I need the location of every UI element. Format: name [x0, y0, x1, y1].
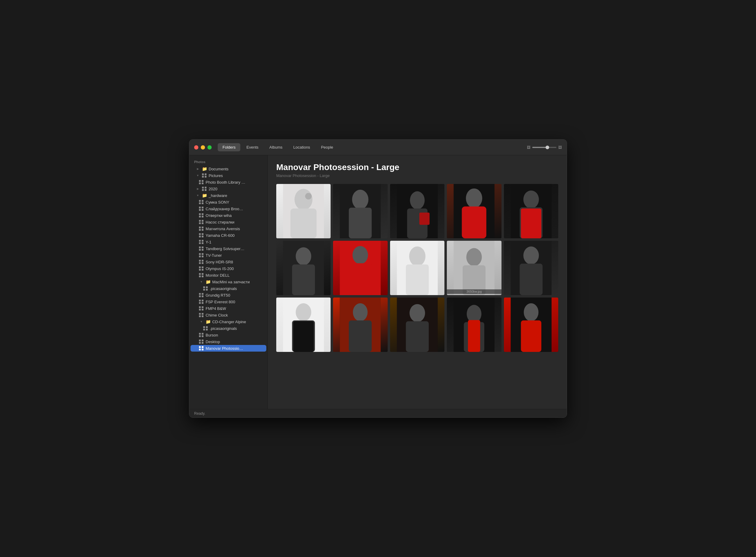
close-button[interactable]	[194, 145, 199, 149]
sidebar-item-tvtuner[interactable]: TV-Tuner	[190, 252, 266, 259]
status-text: Ready.	[194, 411, 205, 416]
sidebar-item-label: FMP4 B&W	[206, 306, 226, 311]
sidebar-item-label: Manovar Photossio…	[206, 346, 243, 351]
navigation-tabs: Folders Events Albums Locations People	[218, 143, 527, 151]
grid-icon	[199, 213, 204, 218]
grid-icon	[199, 332, 204, 338]
sidebar-item-documents[interactable]: ▶ 📁 Documents	[190, 166, 266, 172]
photo-9[interactable]: 3650bw.jpg	[447, 241, 501, 295]
tab-events[interactable]: Events	[242, 143, 263, 151]
grid-icon	[199, 180, 204, 184]
photo-1[interactable]	[276, 184, 331, 238]
sidebar-item-screwdrivers[interactable]: Отвертки wiha	[190, 212, 266, 219]
sidebar-item-tandberg[interactable]: Tandberg Solvsuper…	[190, 245, 266, 252]
sidebar-item-slidescanner[interactable]: Слайдсканер Broo…	[190, 205, 266, 212]
sidebar-item-desktop[interactable]: Desktop	[190, 338, 266, 345]
sidebar-section-label: Photos	[189, 159, 268, 166]
grid-icon	[199, 346, 204, 351]
maximize-button[interactable]	[207, 145, 212, 149]
photo-12[interactable]	[333, 297, 387, 352]
svg-point-39	[353, 303, 368, 321]
sidebar-item-monitor-dell[interactable]: Monitor DELL	[190, 272, 266, 278]
sidebar-item-label: Магнитола Avensis	[206, 227, 240, 231]
photo-10[interactable]	[504, 241, 558, 295]
photo-6[interactable]	[276, 241, 331, 295]
grid-icon	[199, 260, 204, 264]
svg-point-12	[466, 188, 482, 208]
content-area: Manovar Photosession - Large Manovar Pho…	[268, 155, 567, 409]
svg-point-25	[409, 246, 425, 266]
chevron-right-icon: ▶	[195, 167, 200, 171]
grid-icon	[199, 339, 204, 344]
grid-icon	[199, 293, 204, 297]
sidebar-item-label: TV-Tuner	[206, 253, 222, 258]
sidebar-item-burson[interactable]: Burson	[190, 332, 266, 338]
svg-point-49	[523, 303, 538, 321]
sidebar-item-sony-hdr[interactable]: Sony HDR-SR8	[190, 259, 266, 265]
photo-5[interactable]	[504, 184, 558, 238]
photo-14[interactable]	[447, 297, 501, 352]
sidebar-item-cd-changer[interactable]: ▼ 📁 CD-Changer Alpine	[190, 318, 266, 325]
sidebar-item-manovar[interactable]: Manovar Photossio…	[190, 345, 266, 352]
folder-icon: 📁	[206, 280, 210, 284]
sidebar-item-label: Chime Clock	[206, 313, 228, 318]
sidebar-item-fsp[interactable]: FSP Everest 800	[190, 298, 266, 305]
sidebar-item-label: .picasaoriginals	[210, 286, 237, 291]
sidebar-item-2020[interactable]: ▶ 2020	[190, 185, 266, 192]
sidebar-item-olympus[interactable]: Olympus IS-200	[190, 265, 266, 272]
svg-rect-13	[462, 206, 486, 238]
photo-13[interactable]	[390, 297, 445, 352]
sidebar-item-y1[interactable]: Y-1	[190, 239, 266, 245]
grid-icon	[202, 186, 207, 191]
svg-rect-10	[419, 213, 430, 225]
photo-15[interactable]	[504, 297, 558, 352]
sidebar-item-picasa2[interactable]: .picasaoriginals	[190, 325, 266, 332]
grid-icon	[199, 239, 204, 244]
photo-grid: 3650bw.jpg	[276, 184, 558, 352]
main-content: Photos ▶ 📁 Documents ▼ Pictures Photo Bo…	[189, 155, 567, 409]
tab-folders[interactable]: Folders	[218, 143, 240, 151]
svg-point-42	[410, 304, 425, 322]
svg-rect-50	[521, 321, 541, 352]
photo-4[interactable]	[447, 184, 501, 238]
svg-rect-40	[349, 321, 372, 352]
grid-icon	[199, 299, 204, 304]
grid-icon	[203, 326, 208, 331]
grid-icon	[199, 219, 204, 225]
svg-point-28	[466, 248, 482, 266]
sidebar-item-label: 2020	[209, 187, 217, 191]
svg-point-31	[523, 246, 539, 265]
sidebar-item-photo-booth[interactable]: Photo Booth Library …	[190, 179, 266, 185]
photo-11[interactable]	[276, 297, 331, 352]
minimize-button[interactable]	[201, 145, 205, 149]
photo-3[interactable]	[390, 184, 445, 238]
sidebar-item-pictures[interactable]: ▼ Pictures	[190, 172, 266, 179]
photo-8[interactable]	[390, 241, 445, 295]
grid-icon	[199, 200, 204, 205]
sidebar-item-yamaha[interactable]: Yamaha CR-600	[190, 232, 266, 239]
sidebar: Photos ▶ 📁 Documents ▼ Pictures Photo Bo…	[189, 155, 268, 409]
zoom-slider[interactable]	[532, 147, 556, 148]
photo-label: 3650bw.jpg	[447, 289, 501, 294]
svg-point-5	[352, 190, 369, 209]
sidebar-item-fmp4[interactable]: FMP4 B&W	[190, 305, 266, 312]
sidebar-item-grundig[interactable]: Grundig RT50	[190, 292, 266, 298]
sidebar-item-pump[interactable]: Насос стиралки	[190, 219, 266, 225]
sidebar-item-chime-clock[interactable]: Chime Clock	[190, 312, 266, 318]
sidebar-item-sumka-sony[interactable]: Сумка SONY	[190, 199, 266, 205]
sidebar-item-macmini[interactable]: ▼ 📁 MacMini на запчасти	[190, 278, 266, 285]
zoom-small-icon: 🖼	[527, 145, 531, 149]
photo-7[interactable]	[333, 241, 387, 295]
tab-albums[interactable]: Albums	[265, 143, 287, 151]
tab-locations[interactable]: Locations	[288, 143, 315, 151]
svg-point-15	[523, 190, 539, 209]
svg-rect-23	[349, 263, 372, 295]
sidebar-item-hardware[interactable]: ▼ 📁 _hardware	[190, 192, 266, 199]
zoom-large-icon: 🖼	[558, 145, 562, 149]
tab-people[interactable]: People	[316, 143, 338, 151]
sidebar-item-label: Насос стиралки	[206, 220, 234, 225]
photo-2[interactable]	[333, 184, 387, 238]
svg-point-8	[410, 191, 425, 209]
sidebar-item-picasa1[interactable]: .picasaoriginals	[190, 285, 266, 292]
sidebar-item-magneto[interactable]: Магнитола Avensis	[190, 225, 266, 232]
